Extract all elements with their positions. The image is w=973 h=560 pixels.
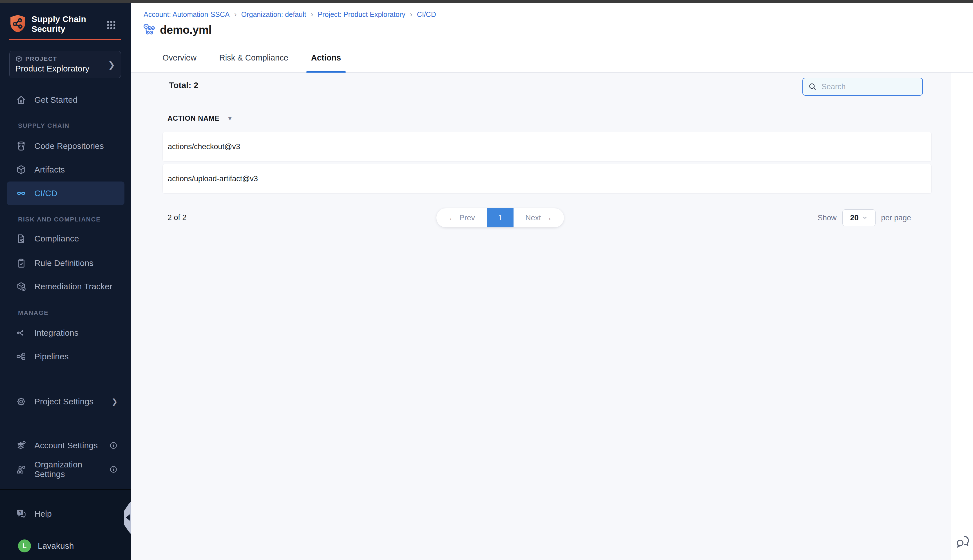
product-logo: Supply Chain Security: [9, 14, 86, 34]
sidebar-item-label: Compliance: [34, 234, 79, 243]
sidebar-item-pipelines[interactable]: Pipelines: [7, 345, 124, 368]
sidebar-item-label: Remediation Tracker: [34, 282, 112, 291]
tab-risk-compliance[interactable]: Risk & Compliance: [215, 43, 293, 73]
tab-bar: Overview Risk & Compliance Actions: [131, 43, 973, 73]
sidebar-item-label: Get Started: [34, 95, 77, 105]
sidebar-item-integrations[interactable]: Integrations: [7, 321, 124, 345]
sidebar-item-project-settings[interactable]: Project Settings ❯: [7, 390, 124, 413]
collapse-left-arrow-icon: [126, 514, 130, 521]
right-utility-rail: [951, 73, 973, 560]
search-box: [803, 78, 923, 96]
action-name: actions/checkout@v3: [168, 142, 240, 151]
sidebar-item-get-started[interactable]: Get Started: [7, 88, 124, 112]
search-input[interactable]: [821, 82, 922, 92]
sidebar-item-label: Rule Definitions: [34, 258, 93, 268]
project-chevron-right-icon: ❯: [108, 60, 115, 70]
page-title: demo.yml: [160, 23, 212, 36]
breadcrumb-separator-icon: ›: [234, 10, 237, 19]
sidebar-item-label: CI/CD: [34, 188, 57, 198]
sidebar-item-label: Account Settings: [34, 441, 98, 450]
breadcrumb-organization-link[interactable]: Organization: default: [241, 10, 306, 18]
breadcrumb: Account: Automation-SSCA › Organization:…: [144, 10, 436, 19]
svg-text:?: ?: [19, 510, 22, 514]
cicd-infinity-icon: [16, 188, 27, 199]
home-icon: [16, 95, 27, 105]
sidebar-item-rule-definitions[interactable]: Rule Definitions: [7, 251, 124, 275]
sidebar-footer: ? Help L Lavakush: [0, 489, 131, 560]
browser-chrome-strip: [0, 0, 973, 3]
sidebar-item-label: Code Repositories: [34, 141, 104, 151]
sort-descending-icon[interactable]: ▼: [227, 115, 233, 122]
breadcrumb-project-link[interactable]: Project: Product Exploratory: [317, 10, 405, 18]
total-count: Total: 2: [169, 80, 198, 90]
module-switcher-grid-icon[interactable]: [106, 20, 117, 30]
breadcrumb-separator-icon: ›: [310, 10, 313, 19]
product-title: Supply Chain Security: [32, 14, 86, 34]
sidebar-item-compliance[interactable]: Compliance: [7, 227, 124, 250]
page-title-row: demo.yml: [142, 23, 212, 37]
actions-panel: Total: 2 ACTION NAME ▼ actions/checkout@…: [131, 73, 951, 560]
sidebar-item-code-repositories[interactable]: Code Repositories: [7, 134, 124, 158]
sidebar-item-label: Pipelines: [34, 352, 69, 361]
sidebar-item-help[interactable]: ? Help: [7, 502, 124, 526]
sidebar-divider: [8, 425, 122, 425]
sidebar: Supply Chain Security PROJECT Product Ex…: [0, 3, 131, 560]
show-label: Show: [818, 213, 837, 222]
brand-accent-divider: [9, 39, 121, 40]
sidebar-item-cicd[interactable]: CI/CD: [7, 182, 124, 205]
organization-settings-icon: [16, 464, 27, 475]
sidebar-item-label: Integrations: [34, 328, 78, 338]
integrations-icon: [16, 328, 27, 338]
chat-support-icon[interactable]: [955, 533, 970, 548]
breadcrumb-account-link[interactable]: Account: Automation-SSCA: [144, 10, 230, 18]
action-name: actions/upload-artifact@v3: [168, 175, 258, 183]
info-icon[interactable]: [109, 465, 118, 473]
code-repositories-icon: [16, 141, 27, 152]
sidebar-item-artifacts[interactable]: Artifacts: [7, 158, 124, 182]
chevron-down-icon: [862, 215, 868, 221]
sidebar-item-organization-settings[interactable]: Organization Settings: [7, 458, 124, 481]
info-icon[interactable]: [109, 441, 118, 450]
artifacts-cube-icon: [16, 164, 27, 175]
search-icon: [808, 82, 817, 91]
prev-page-button[interactable]: ← Prev: [436, 208, 487, 227]
pipelines-icon: [16, 351, 27, 362]
rule-definitions-clipboard-icon: [16, 258, 27, 268]
section-heading-manage: MANAGE: [18, 309, 49, 317]
workflow-file-icon: [142, 23, 156, 37]
section-heading-risk-compliance: RISK AND COMPLIANCE: [18, 216, 101, 223]
table-header: ACTION NAME ▼: [167, 114, 233, 122]
gear-icon: [16, 396, 27, 407]
chevron-right-icon: ❯: [112, 397, 118, 406]
sidebar-item-label: Organization Settings: [34, 460, 109, 479]
section-heading-supply-chain: SUPPLY CHAIN: [18, 122, 70, 130]
page-size-select[interactable]: 20: [842, 209, 876, 226]
next-page-button[interactable]: Next →: [514, 208, 564, 227]
pagination-summary: 2 of 2: [167, 213, 187, 222]
current-page-button[interactable]: 1: [487, 208, 514, 227]
table-row[interactable]: actions/checkout@v3: [163, 132, 931, 161]
sidebar-item-account-settings[interactable]: Account Settings: [7, 433, 124, 457]
sidebar-item-user-profile[interactable]: L Lavakush: [7, 534, 124, 558]
page-size-value: 20: [850, 213, 859, 222]
breadcrumb-separator-icon: ›: [410, 10, 412, 19]
account-settings-layers-icon: [16, 440, 27, 451]
sidebar-item-label: Artifacts: [34, 165, 65, 175]
user-name: Lavakush: [38, 541, 74, 551]
shield-logo-icon: [9, 14, 27, 33]
table-row[interactable]: actions/upload-artifact@v3: [163, 164, 931, 193]
sidebar-item-label: Help: [34, 509, 52, 518]
project-selector[interactable]: PROJECT Product Exploratory ❯: [9, 51, 121, 78]
project-label-row: PROJECT: [15, 55, 57, 62]
breadcrumb-module-link[interactable]: CI/CD: [417, 10, 436, 18]
sidebar-item-remediation-tracker[interactable]: Remediation Tracker: [7, 275, 124, 298]
tab-actions[interactable]: Actions: [306, 43, 346, 73]
project-label: PROJECT: [25, 55, 57, 62]
supply-chain-security-app: { "colors": { "accent_blue": "#2A72D7", …: [0, 0, 973, 560]
left-arrow-icon: ←: [448, 213, 456, 222]
remediation-tracker-icon: [16, 281, 27, 292]
project-cube-icon: [15, 55, 23, 62]
column-header-action-name: ACTION NAME: [167, 114, 220, 122]
tab-overview[interactable]: Overview: [158, 43, 201, 73]
compliance-document-icon: [16, 233, 27, 244]
